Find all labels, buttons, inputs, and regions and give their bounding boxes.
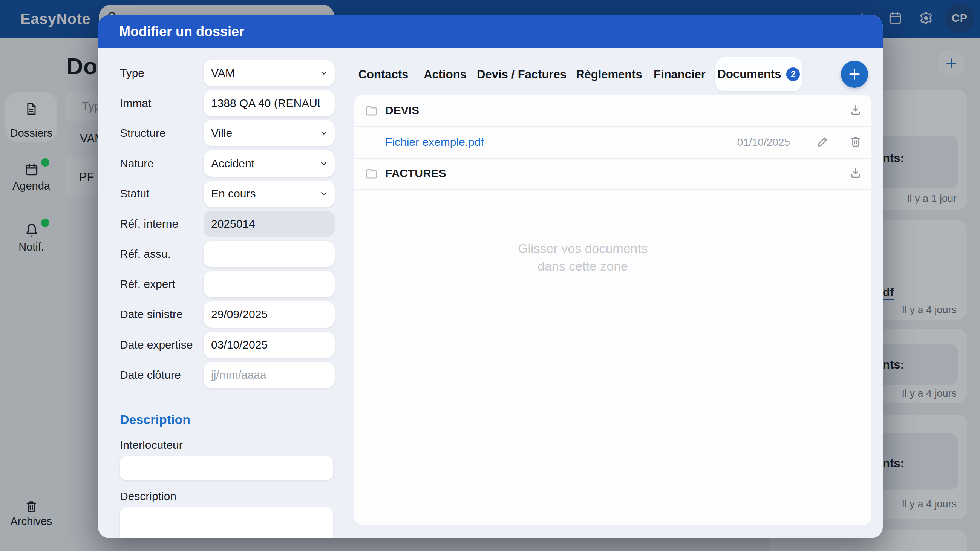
- type-select[interactable]: VAM: [204, 60, 335, 86]
- field-label: Date sinistre: [120, 308, 183, 321]
- field-label: Structure: [120, 127, 166, 140]
- chevron-down-icon: [319, 68, 329, 78]
- structure-select[interactable]: Ville: [204, 120, 335, 146]
- field-label: Réf. interne: [120, 218, 178, 230]
- plus-icon: [847, 67, 862, 82]
- dropzone[interactable]: Glisser vos documents dans cette zone: [324, 240, 841, 275]
- folder-row-devis[interactable]: [354, 95, 872, 126]
- immat-input[interactable]: 1388 QA 40 (RENAULT KA: [204, 90, 335, 116]
- section-heading-description: Description: [120, 412, 190, 427]
- tab-financier[interactable]: Financier: [654, 68, 706, 81]
- folder-name: DEVIS: [385, 104, 419, 117]
- add-document-button[interactable]: [841, 61, 868, 88]
- delete-icon[interactable]: [849, 135, 862, 148]
- field-label: Date expertise: [120, 338, 192, 351]
- field-label: Réf. assu.: [120, 248, 171, 260]
- description-label: Description: [120, 490, 177, 503]
- ref-assu-input[interactable]: [204, 241, 335, 267]
- modal-title: Modifier un dossier: [119, 24, 244, 40]
- tab-devis-factures[interactable]: Devis / Factures: [477, 68, 566, 81]
- ref-expert-input[interactable]: [204, 271, 335, 297]
- ref-interne-input: 2025014: [204, 211, 335, 237]
- modal-header: Modifier un dossier: [98, 15, 883, 48]
- edit-icon[interactable]: [816, 135, 830, 148]
- tab-label: Documents: [718, 67, 781, 81]
- nature-select[interactable]: Accident: [204, 150, 335, 177]
- tab-contacts[interactable]: Contacts: [358, 68, 409, 81]
- date-expertise-input[interactable]: 03/10/2025: [204, 332, 335, 358]
- app-root: EasyNote CP: [0, 0, 980, 551]
- tab-reglements[interactable]: Règlements: [576, 68, 642, 81]
- folder-icon: [364, 103, 379, 118]
- folder-name: FACTURES: [385, 167, 446, 180]
- download-icon[interactable]: [849, 166, 862, 180]
- tab-documents[interactable]: Documents 2: [715, 57, 802, 91]
- description-textarea[interactable]: [120, 507, 333, 538]
- field-label: Date clôture: [120, 368, 181, 381]
- divider: [354, 189, 872, 190]
- dropzone-text-line2: dans cette zone: [324, 257, 841, 275]
- date-sinistre-input[interactable]: 29/09/2025: [204, 301, 335, 327]
- chevron-down-icon: [319, 159, 329, 168]
- date-cloture-input[interactable]: jj/mm/aaaa: [204, 362, 335, 388]
- folder-icon: [364, 166, 379, 181]
- chevron-down-icon: [319, 189, 329, 198]
- statut-select[interactable]: En cours: [204, 181, 335, 207]
- file-date: 01/10/2025: [663, 137, 790, 148]
- dropzone-text-line1: Glisser vos documents: [324, 240, 841, 257]
- chevron-down-icon: [319, 128, 329, 138]
- field-label: Immat: [120, 97, 151, 110]
- interlocuteur-input[interactable]: [120, 456, 333, 480]
- modal-modifier-dossier: Modifier un dossier Type VAM Immat 1388 …: [98, 15, 883, 538]
- interlocuteur-label: Interlocuteur: [120, 439, 183, 451]
- tab-actions[interactable]: Actions: [424, 68, 467, 81]
- field-label: Type: [120, 67, 144, 79]
- field-label: Réf. expert: [120, 278, 175, 291]
- field-label: Statut: [120, 187, 149, 200]
- field-label: Nature: [120, 157, 154, 170]
- documents-count-badge: 2: [786, 67, 800, 81]
- download-icon[interactable]: [849, 103, 862, 117]
- file-link[interactable]: Fichier exemple.pdf: [385, 136, 484, 148]
